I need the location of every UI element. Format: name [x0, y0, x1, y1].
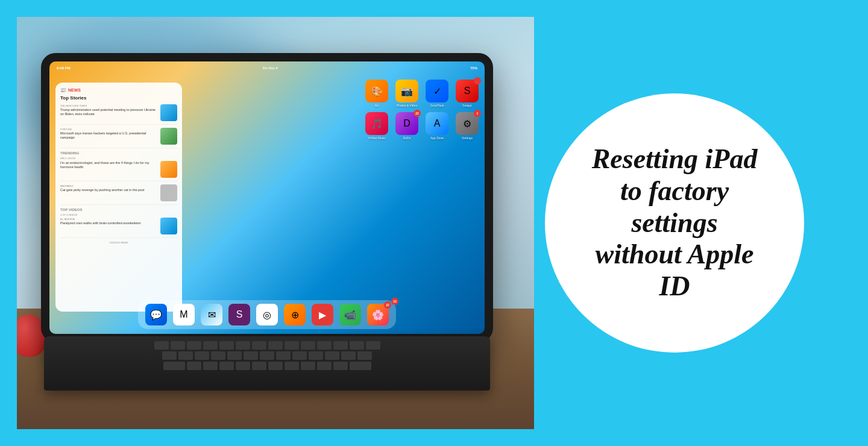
dock-gmail[interactable]: M [173, 304, 195, 325]
news-videos-label: Top Videos [60, 208, 177, 212]
ipad-screen: 9:08 PM Fri Oct 4 75% 📰 NEWS Top St [49, 61, 485, 334]
key [219, 362, 234, 370]
key [333, 341, 348, 350]
key [268, 341, 283, 350]
key-row-1 [51, 341, 483, 350]
key [236, 341, 250, 350]
app-label-settings: Settings [462, 136, 473, 140]
key-shift [163, 362, 185, 370]
key [187, 362, 201, 370]
app-dock: 💬 M ✉ S 10 [138, 300, 396, 329]
news-item-4: MASHABLE Cat gets petty revenge by pushi… [60, 184, 177, 205]
dock-photos[interactable]: 🌸 22 [367, 304, 389, 325]
key [252, 362, 266, 370]
app-label-goodtask: GoodTask [430, 104, 444, 107]
news-video-thumb [160, 218, 177, 234]
dock-slack[interactable]: S 10 [228, 304, 250, 325]
key [252, 341, 266, 350]
photos-badge: 22 [384, 301, 391, 309]
key [317, 362, 332, 370]
google-news-label: GOOGLE NEWS [60, 241, 177, 244]
key [268, 362, 283, 370]
key [325, 351, 339, 360]
key [211, 351, 225, 360]
page-container: 9:08 PM Fri Oct 4 75% 📰 NEWS Top St [0, 0, 868, 446]
news-thumb-1 [160, 104, 177, 121]
title-line-3: settings [631, 207, 717, 238]
dock-mail[interactable]: ✉ [201, 304, 222, 325]
app-label-appstore: App Store [430, 136, 444, 140]
key [162, 351, 177, 360]
app-icon-settings[interactable]: ⚙ 1 [456, 112, 479, 135]
key [236, 362, 250, 370]
status-battery: 75% [470, 66, 477, 70]
key-row-2 [51, 351, 483, 360]
app-label-photos: Photos & Video [397, 104, 417, 107]
dock-safari[interactable]: ⊕ [284, 304, 306, 325]
circle-text-container: Resetting iPad to factory settings witho… [568, 131, 782, 315]
ipad-body: 9:08 PM Fri Oct 4 75% 📰 NEWS Top St [41, 53, 493, 342]
key [317, 341, 332, 350]
inner-card: 9:08 PM Fri Oct 4 75% 📰 NEWS Top St [17, 17, 851, 429]
app-cell-dodo: D 22 DoDo [394, 112, 420, 140]
key [187, 341, 201, 350]
news-item-2: FORTUNE Microsoft says Iranian hackers t… [60, 128, 177, 148]
key [227, 351, 242, 360]
title-line-4: without Apple [596, 239, 754, 269]
keyboard-keys [44, 336, 490, 377]
key [333, 362, 348, 370]
app-cell-settings: ⚙ 1 Settings [454, 112, 480, 140]
dock-messenger[interactable]: 💬 [145, 304, 167, 325]
key [309, 351, 323, 360]
slack-badge: 10 [391, 298, 398, 305]
news-trending-label: Trending [60, 151, 177, 155]
app-icon-goodtask[interactable]: ✓ [426, 80, 448, 102]
app-label-art: Art [375, 104, 379, 107]
app-icon-appstore[interactable]: A [426, 112, 448, 135]
key [171, 341, 185, 350]
status-bar: 9:08 PM Fri Oct 4 75% [49, 61, 485, 75]
app-icon-photos[interactable]: 📷 [395, 80, 418, 102]
key [292, 351, 307, 360]
app-icon-setapp[interactable]: S [456, 80, 479, 102]
screen-content: 9:08 PM Fri Oct 4 75% 📰 NEWS Top St [49, 61, 485, 334]
status-time: 9:08 PM [57, 66, 71, 70]
news-item-text-4: MASHABLE Cat gets petty revenge by pushi… [60, 184, 158, 201]
dock-facetime[interactable]: 📹 [339, 304, 361, 325]
key [301, 341, 315, 350]
text-area: Resetting iPad to factory settings witho… [534, 17, 851, 429]
title-line-5: ID [659, 271, 690, 301]
news-item-text-2: FORTUNE Microsoft says Iranian hackers t… [60, 128, 158, 145]
key [203, 362, 218, 370]
key-backspace [350, 362, 371, 370]
app-cell-setapp: S Setapp [454, 80, 480, 107]
key [203, 341, 218, 350]
app-cell-art: 🎨 Art [364, 80, 389, 107]
news-item-text-3: I'm an endocrinologist, and these are th… [60, 161, 158, 178]
news-header: 📰 NEWS [60, 87, 177, 93]
key [219, 341, 234, 350]
app-label-dodo: DoDo [403, 136, 411, 140]
key-row-3 [51, 362, 483, 370]
title-line-1: Resetting iPad [592, 143, 758, 174]
app-icon-dodo[interactable]: D 22 [395, 112, 418, 135]
news-video-text: AL JAZEERA Paralyzed man walks with brai… [60, 218, 158, 234]
key [154, 341, 169, 350]
key [178, 351, 193, 360]
status-date: Fri Oct 4 [263, 66, 277, 70]
news-item-text-1: THE NEW YORK TIMES Trump administration … [60, 104, 158, 121]
key [285, 362, 299, 370]
app-cell-goodtask: ✓ GoodTask [424, 80, 450, 107]
article-title: Resetting iPad to factory settings witho… [592, 143, 758, 303]
key [350, 341, 364, 350]
app-icon-yoyeet[interactable]: 🎵 [365, 112, 388, 135]
news-item-3: I'm an endocrinologist, and these are th… [60, 161, 177, 181]
app-icon-art[interactable]: 🎨 [365, 80, 388, 102]
key [285, 341, 299, 350]
key [366, 341, 380, 350]
key [260, 351, 274, 360]
dock-youtube[interactable]: ▶ [312, 304, 333, 325]
news-item-1: THE NEW YORK TIMES Trump administration … [60, 104, 177, 125]
key [195, 351, 209, 360]
dock-chrome[interactable]: ◎ [256, 304, 278, 325]
